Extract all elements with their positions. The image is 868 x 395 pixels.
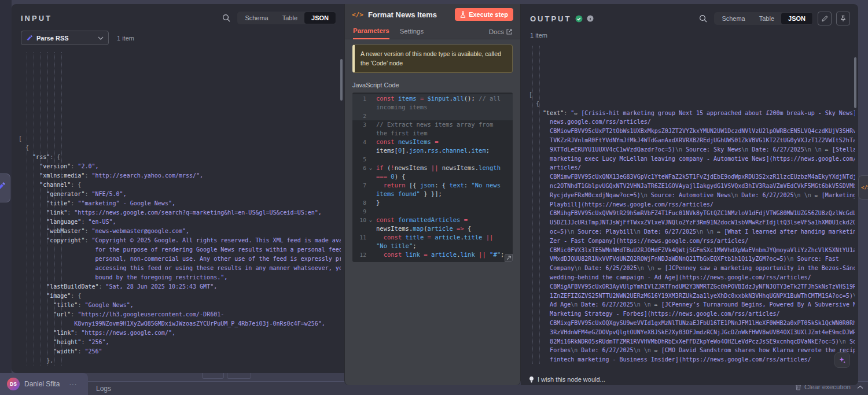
code-text: } — [375, 198, 513, 207]
line-number — [352, 190, 366, 198]
editor-resize-handle[interactable] — [505, 254, 513, 262]
json-line: "url": "https://lh3.googleusercontent.co… — [19, 310, 341, 319]
line-number: 5 — [352, 155, 366, 164]
logs-label[interactable]: Logs — [96, 385, 111, 393]
info-icon[interactable] — [587, 15, 594, 22]
json-line: 3RzVHdnWFM4eGZDOVpvQlgtOUNYeXBJSkE2Xy03O… — [529, 328, 855, 337]
input-items-count: 1 item — [117, 35, 134, 42]
json-line: CBMic0FVX3lxTE5WMnNHdTBuU2RJOHdFZVk4QWtj… — [529, 246, 855, 255]
code-line: 8 } — [352, 198, 513, 207]
json-line: "image": { — [19, 291, 341, 301]
json-line: "text": "✏ [Crisis-hit marketing group N… — [529, 109, 855, 118]
parse-rss-icon — [26, 35, 32, 41]
output-search-button[interactable] — [699, 14, 707, 23]
code-text — [375, 112, 513, 120]
success-check-icon — [575, 15, 583, 23]
node-parameters-body: A newer version of this node type is ava… — [345, 39, 520, 262]
code-editor[interactable]: 1 const items = $input.all(); // all inc… — [352, 93, 513, 262]
line-number: 11 — [352, 233, 366, 242]
execute-step-button[interactable]: Execute step — [455, 8, 513, 21]
node-title: Format News Items — [368, 10, 437, 19]
user-menu-ellipsis[interactable]: ··· — [69, 381, 77, 387]
code-text: items found" } }]; — [375, 190, 513, 198]
node-feedback-link[interactable]: I wish this node would... — [521, 373, 858, 385]
json-line: fintech marketing - Business Insider](ht… — [529, 355, 855, 364]
json-line: CBMiowFBVV95cUxPT2tObWs1UXBxMkpsZ0JZT2VY… — [529, 127, 855, 136]
json-line: [ — [19, 134, 341, 143]
tab-input-table[interactable]: Table — [275, 12, 304, 24]
json-line: oc=5)\n Source: Playbill\n Date: 6/27/20… — [529, 227, 855, 237]
code-icon: </> — [861, 184, 868, 190]
code-node-stub[interactable]: </> — [858, 175, 868, 200]
json-line: accessing this feed or using these resul… — [19, 264, 341, 273]
code-line: 9 — [352, 207, 513, 216]
json-line: "generator": "NFE/5.0", — [19, 190, 341, 199]
input-search-button[interactable] — [222, 14, 230, 22]
code-text: return [{ json: { text: "No news — [375, 181, 513, 190]
flask-icon — [460, 11, 466, 18]
output-json-view[interactable]: [ { "text": "✏ [Crisis-hit marketing gro… — [529, 45, 855, 365]
input-title: INPUT — [21, 14, 52, 23]
line-number — [352, 129, 366, 138]
json-line: "description": "Google News", — [19, 366, 341, 367]
json-line: "lastBuildDate": "Sat, 28 Jun 2025 10:25… — [19, 282, 341, 291]
code-line: "No title"; — [352, 242, 513, 250]
tab-output-table[interactable]: Table — [752, 13, 781, 24]
execute-step-label: Execute step — [469, 11, 508, 18]
code-line: 10 const formattedArticles = — [352, 216, 513, 224]
tab-input-schema[interactable]: Schema — [238, 12, 275, 24]
pencil-icon — [822, 16, 827, 22]
code-text: const newsItems = — [375, 138, 513, 146]
json-line: personal, non-commercial use. Any other … — [19, 254, 341, 264]
json-line: 1ZnZEFIZGZVS25NTTU2NWN2UERzMG16Y19XM3RZU… — [529, 291, 855, 301]
json-line: Forbes\n Date: 6/27/2025\n \n ✏ [CMO Dav… — [529, 346, 855, 355]
input-json-view[interactable]: [ { "rss": { "version": "2.0", "xmlns:me… — [19, 51, 341, 367]
json-line: TVKZzRJVnlmR0FtYVdNYmJfMkJ4WTdGanAxdXRVR… — [529, 136, 855, 145]
code-line: items[0].json.rss.channel.item; — [352, 146, 513, 155]
docs-label: Docs — [489, 28, 504, 35]
json-line: "title": "Google News", — [19, 301, 341, 310]
input-scrollbar[interactable] — [340, 59, 343, 101]
code-node-icon: </> — [352, 11, 363, 19]
search-icon — [699, 14, 707, 23]
fold-chevron-icon[interactable] — [366, 164, 375, 172]
json-line: "link": "https://news.google.com/search?… — [19, 208, 341, 217]
output-panel: OUTPUT Schema Table JSON 1 item — [521, 4, 858, 385]
output-view-switch: Schema Table JSON — [714, 12, 813, 25]
pin-output-button[interactable] — [836, 12, 850, 25]
tab-output-json[interactable]: JSON — [781, 13, 812, 24]
json-line: [ — [529, 90, 855, 99]
docs-link[interactable]: Docs — [489, 28, 512, 39]
json-line: bound by the foregoing restrictions.", — [19, 273, 341, 282]
code-line: items found" } }]; — [352, 190, 513, 198]
edit-output-button[interactable] — [818, 12, 832, 25]
json-line: VMxdDJQUU82R1NxVVFVdUNZQ2ROWjFnNDJaWDNnQ… — [529, 254, 855, 264]
code-text: const items = $input.all(); // all — [375, 94, 513, 103]
code-text: the first item — [375, 129, 513, 138]
tab-parameters[interactable]: Parameters — [353, 27, 389, 39]
pin-icon — [840, 15, 846, 22]
parse-rss-node-icon — [0, 182, 5, 191]
user-chip[interactable]: DS Daniel Sfita ··· — [0, 373, 88, 395]
code-text: if (!newsItems || newsItems.length — [375, 164, 513, 172]
input-node-stub[interactable] — [0, 173, 10, 202]
line-number: 3 — [352, 120, 366, 129]
app-root: Logs Clear execution DS Daniel Sfita ···… — [0, 0, 868, 395]
fold-chevron-icon[interactable] — [366, 216, 375, 224]
tab-output-schema[interactable]: Schema — [715, 13, 752, 24]
code-line: 2 — [352, 112, 513, 120]
input-view-switch: Schema Table JSON — [237, 12, 336, 24]
json-line: { — [19, 143, 341, 153]
node-version-warning: A newer version of this node type is ava… — [352, 45, 513, 73]
code-text: // Extract news items array from — [375, 120, 513, 129]
json-line: 82Mi16RkNDR05sRUdmTFZMR1RVVHVMbDhRbExXeF… — [529, 337, 855, 346]
line-number: 8 — [352, 198, 366, 207]
json-line: "version": "2.0", — [19, 162, 341, 171]
code-text: const link = article.link || "#"; — [375, 250, 513, 259]
code-text: items[0].json.rss.channel.item; — [375, 146, 513, 155]
line-number: 2 — [352, 112, 366, 120]
tab-input-json[interactable]: JSON — [304, 12, 336, 24]
avatar[interactable]: DS — [7, 378, 20, 390]
input-source-select[interactable]: Parse RSS — [21, 31, 109, 45]
tab-settings[interactable]: Settings — [400, 28, 424, 39]
